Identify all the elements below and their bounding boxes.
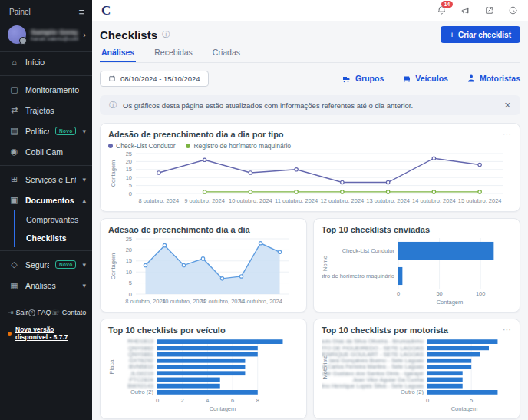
motoristas-filter-button[interactable]: Motoristas xyxy=(467,74,520,83)
y-axis-label: Motorista xyxy=(322,355,328,379)
data-point[interactable] xyxy=(278,250,281,253)
data-point[interactable] xyxy=(478,190,481,193)
data-point[interactable] xyxy=(203,158,206,161)
x-axis-tick: 4 xyxy=(206,397,209,404)
bar[interactable] xyxy=(427,384,463,389)
bar[interactable] xyxy=(427,359,471,363)
new-version-link[interactable]: Nova versão disponível - 5.7.7 xyxy=(15,326,84,341)
hamburger-menu-icon[interactable]: ≡ xyxy=(78,6,84,18)
data-point[interactable] xyxy=(239,275,243,278)
sidebar-item-monitoramento[interactable]: ▢ Monitoramento xyxy=(0,79,92,100)
legend-item[interactable]: Check-List Condutor xyxy=(108,142,175,150)
chevron-right-icon[interactable]: › xyxy=(83,30,86,39)
open-external-button[interactable] xyxy=(483,5,495,17)
user-profile[interactable]: Sampio Gonçalves hanah.valerio@cobli.co … xyxy=(0,22,92,52)
chart-title: Top 10 checklists enviadas xyxy=(322,225,430,235)
chevron-up-icon: ▴ xyxy=(82,197,86,204)
bar[interactable] xyxy=(157,359,245,363)
close-banner-icon[interactable]: ✕ xyxy=(504,101,511,111)
notifications-button[interactable]: 14 xyxy=(435,5,447,17)
announcements-button[interactable] xyxy=(459,5,471,17)
y-axis-label: Placa xyxy=(108,359,115,375)
bar[interactable] xyxy=(157,352,258,357)
grupos-filter-button[interactable]: Grupos xyxy=(342,74,384,83)
bar[interactable] xyxy=(427,346,489,350)
bar[interactable] xyxy=(157,378,220,382)
sidebar-item-trajetos[interactable]: ⇄ Trajetos xyxy=(0,100,92,121)
x-axis-tick: 14 outubro, 2024 xyxy=(239,298,282,305)
info-icon[interactable]: ⓘ xyxy=(162,29,170,40)
bar[interactable] xyxy=(157,339,282,344)
chart-menu-button[interactable]: ⋯ xyxy=(503,130,512,137)
bar-chart-top-por-veiculo: 02468RHD1B13QNY0862QNY0861GXT6292BVN5810… xyxy=(108,336,299,412)
external-link-icon xyxy=(484,5,494,15)
create-checklist-button[interactable]: + Criar checklist xyxy=(441,26,520,43)
history-button[interactable] xyxy=(507,5,519,17)
bar[interactable] xyxy=(157,371,245,375)
data-point[interactable] xyxy=(432,157,435,160)
bar[interactable] xyxy=(427,378,463,382)
data-point[interactable] xyxy=(386,180,389,184)
x-axis-tick: 15 outubro, 2024 xyxy=(458,197,502,204)
data-point[interactable] xyxy=(157,171,160,174)
bar[interactable] xyxy=(427,339,497,344)
legend-dot xyxy=(108,144,113,148)
bar[interactable] xyxy=(157,346,258,350)
chevron-down-icon: ▾ xyxy=(82,261,86,269)
data-point[interactable] xyxy=(203,190,206,193)
sidebar-item-inicio[interactable]: ⌂ Início xyxy=(0,52,92,72)
area-chart-adesao-dia-a-dia: 05101520258 outubro, 202410 outubro, 202… xyxy=(108,235,299,306)
sidebar-item-seguranca[interactable]: ◇ Segurança Novo ▾ xyxy=(0,254,92,275)
data-point[interactable] xyxy=(220,277,223,280)
sidebar-item-servicos-e-entregas[interactable]: ⊞ Serviços e Entregas ▾ xyxy=(0,169,92,190)
legend-item[interactable]: Registro de horímetro maquinário xyxy=(186,142,291,150)
data-point[interactable] xyxy=(249,190,252,193)
sidebar-item-documentos[interactable]: ▣ Documentos ▴ xyxy=(0,190,92,210)
veiculos-filter-button[interactable]: Veículos xyxy=(402,74,448,83)
bar[interactable] xyxy=(398,267,402,285)
faq-button[interactable]: ? FAQ xyxy=(28,309,51,316)
data-point[interactable] xyxy=(478,163,481,166)
bar[interactable] xyxy=(157,384,220,389)
data-point[interactable] xyxy=(249,171,252,174)
shield-icon: ◇ xyxy=(9,260,19,270)
sidebar-item-analises[interactable]: ▦ Análises ▾ xyxy=(0,275,92,296)
data-point[interactable] xyxy=(295,168,298,171)
data-point[interactable] xyxy=(182,263,185,266)
sidebar-item-checklists[interactable]: Checklists xyxy=(15,229,92,247)
bar[interactable] xyxy=(427,371,463,375)
divider xyxy=(0,75,92,76)
data-point[interactable] xyxy=(295,190,298,193)
sidebar-item-cobli-cam[interactable]: ◉ Cobli Cam xyxy=(0,141,92,162)
bar[interactable] xyxy=(157,365,245,369)
tab-recebidas[interactable]: Recebidas xyxy=(153,46,194,62)
bar[interactable] xyxy=(157,390,258,395)
bar[interactable] xyxy=(427,390,497,395)
bar[interactable] xyxy=(398,242,493,260)
sidebar-item-comprovantes[interactable]: Comprovantes xyxy=(15,210,92,229)
sidebar-item-politica-de-frota[interactable]: ▤ Política de Frota Novo ▾ xyxy=(0,121,92,141)
contact-button[interactable]: ☏ Contato xyxy=(51,309,87,316)
data-point[interactable] xyxy=(341,180,344,184)
data-point[interactable] xyxy=(201,257,204,260)
bar[interactable] xyxy=(427,352,480,357)
calendar-icon xyxy=(108,74,116,82)
notification-badge: 14 xyxy=(441,1,453,8)
y-axis-tick: 25 xyxy=(126,236,132,243)
cobli-logo[interactable]: C xyxy=(101,3,111,18)
date-range-picker[interactable]: 08/10/2024 - 15/10/2024 xyxy=(100,71,209,87)
data-point[interactable] xyxy=(259,242,262,245)
user-name: Sampio Gonçalves xyxy=(31,28,78,36)
chart-menu-button[interactable]: ⋯ xyxy=(503,326,512,333)
logout-button[interactable]: ⇥ Sair xyxy=(8,309,28,316)
category-label: Outro (2) xyxy=(401,389,424,395)
data-point[interactable] xyxy=(386,190,389,193)
data-point[interactable] xyxy=(432,190,435,193)
data-point[interactable] xyxy=(144,263,147,266)
data-point[interactable] xyxy=(163,243,166,246)
tab-criadas[interactable]: Criadas xyxy=(211,46,242,62)
tab-analises[interactable]: Análises xyxy=(100,46,136,62)
data-point[interactable] xyxy=(341,190,344,193)
bar[interactable] xyxy=(427,365,471,369)
home-icon: ⌂ xyxy=(9,58,19,67)
